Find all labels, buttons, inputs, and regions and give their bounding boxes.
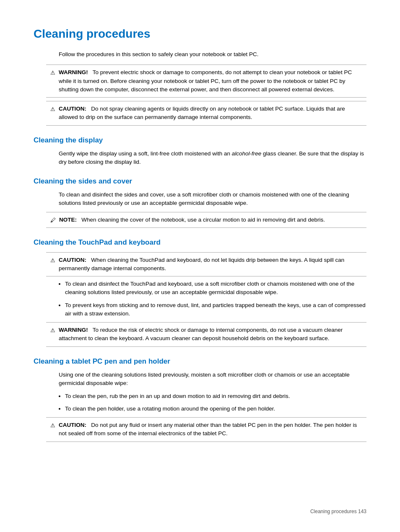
tablet-intro-text: Using one of the cleaning solutions list…	[59, 371, 366, 388]
caution-icon-tablet: ⚠	[50, 421, 55, 430]
caution-label-1: CAUTION:	[59, 106, 86, 112]
tablet-bullet-2: To clean the pen holder, use a rotating …	[65, 405, 366, 413]
caution-text-touchpad: CAUTION: When cleaning the TouchPad and …	[59, 256, 362, 273]
warning-text-1: WARNING! To prevent electric shock or da…	[59, 68, 362, 94]
caution-box-1: ⚠ CAUTION: Do not spray cleaning agents …	[46, 101, 366, 126]
section-title-sides: Cleaning the sides and cover	[34, 176, 366, 187]
alcohol-free-text: alcohol-free	[232, 150, 262, 157]
note-content-sides: 🖊 NOTE: When cleaning the cover of the n…	[46, 212, 366, 228]
caution-icon-1: ⚠	[50, 105, 55, 114]
intro-text: Follow the procedures in this section to…	[59, 50, 366, 59]
caution-box-touchpad: ⚠ CAUTION: When cleaning the TouchPad an…	[46, 252, 366, 277]
sides-text: To clean and disinfect the sides and cov…	[59, 191, 366, 208]
page-title: Cleaning procedures	[34, 25, 366, 43]
warning-body-touchpad: To reduce the risk of electric shock or …	[59, 327, 343, 341]
caution-body-1: Do not spray cleaning agents or liquids …	[59, 106, 345, 120]
warning-body-1: To prevent electric shock or damage to c…	[59, 69, 352, 93]
caution-icon-touchpad: ⚠	[50, 256, 55, 265]
warning-text-touchpad: WARNING! To reduce the risk of electric …	[59, 326, 362, 343]
caution-label-touchpad: CAUTION:	[59, 257, 86, 263]
tablet-bullet-1: To clean the pen, rub the pen in an up a…	[65, 392, 366, 400]
caution-label-tablet: CAUTION:	[59, 422, 86, 428]
section-title-display: Cleaning the display	[34, 135, 366, 146]
caution-content-1: ⚠ CAUTION: Do not spray cleaning agents …	[46, 101, 366, 126]
note-box-sides: 🖊 NOTE: When cleaning the cover of the n…	[46, 212, 366, 228]
touchpad-bullet-list: To clean and disinfect the TouchPad and …	[65, 280, 366, 318]
note-text-sides: NOTE: When cleaning the cover of the not…	[59, 216, 362, 224]
note-icon-sides: 🖊	[50, 216, 56, 225]
section-title-touchpad: Cleaning the TouchPad and keyboard	[34, 237, 366, 248]
caution-content-tablet: ⚠ CAUTION: Do not put any fluid or inser…	[46, 417, 366, 442]
warning-box-touchpad: ⚠ WARNING! To reduce the risk of electri…	[46, 322, 366, 347]
warning-icon-1: ⚠	[50, 69, 55, 77]
section-title-tablet: Cleaning a tablet PC pen and pen holder	[34, 356, 366, 367]
warning-label-touchpad: WARNING!	[59, 327, 88, 333]
caution-text-tablet: CAUTION: Do not put any fluid or insert …	[59, 421, 362, 438]
warning-content-1: ⚠ WARNING! To prevent electric shock or …	[46, 65, 366, 98]
caution-body-tablet: Do not put any fluid or insert any mater…	[59, 422, 357, 436]
warning-content-touchpad: ⚠ WARNING! To reduce the risk of electri…	[46, 322, 366, 347]
warning-icon-touchpad: ⚠	[50, 326, 55, 335]
display-text: Gently wipe the display using a soft, li…	[59, 150, 366, 167]
note-body-sides: When cleaning the cover of the notebook,…	[78, 217, 325, 223]
caution-box-tablet: ⚠ CAUTION: Do not put any fluid or inser…	[46, 417, 366, 442]
warning-box-1: ⚠ WARNING! To prevent electric shock or …	[46, 65, 366, 98]
touchpad-bullet-2: To prevent keys from sticking and to rem…	[65, 301, 366, 318]
caution-text-1: CAUTION: Do not spray cleaning agents or…	[59, 105, 362, 122]
page-footer: Cleaning procedures 143	[310, 508, 366, 515]
note-label-sides: NOTE:	[59, 217, 77, 223]
caution-body-touchpad: When cleaning the TouchPad and keyboard,…	[59, 257, 344, 271]
warning-label-1: WARNING!	[59, 69, 88, 75]
tablet-bullet-list: To clean the pen, rub the pen in an up a…	[65, 392, 366, 413]
touchpad-bullet-1: To clean and disinfect the TouchPad and …	[65, 280, 366, 297]
page-content: Cleaning procedures Follow the procedure…	[0, 0, 400, 532]
caution-content-touchpad: ⚠ CAUTION: When cleaning the TouchPad an…	[46, 252, 366, 277]
